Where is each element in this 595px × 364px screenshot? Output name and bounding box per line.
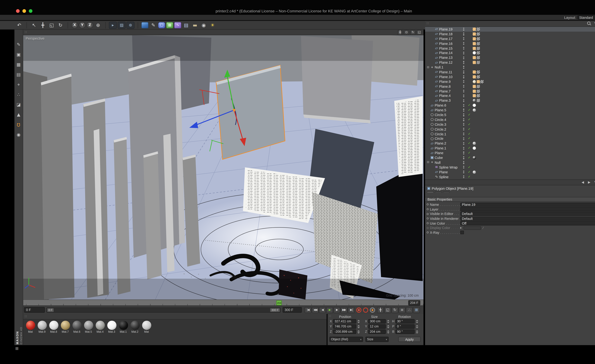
material-swatch[interactable]: Mat.1 bbox=[118, 321, 129, 333]
texture-tag[interactable] bbox=[476, 56, 480, 59]
texture-tag[interactable] bbox=[476, 75, 480, 79]
timeline-ruler[interactable]: 204 204 F bbox=[23, 300, 424, 306]
material-tag[interactable] bbox=[473, 99, 476, 102]
object-name[interactable]: Circle.5 bbox=[435, 113, 446, 117]
visibility-toggles[interactable] bbox=[463, 156, 464, 159]
material-tag[interactable] bbox=[473, 156, 476, 159]
record-scale-toggle[interactable]: ◱ bbox=[384, 307, 391, 313]
array-generator-button[interactable]: ▦ bbox=[166, 22, 173, 28]
object-name[interactable]: Plane.11 bbox=[439, 70, 452, 74]
render-view-button[interactable]: ▸ bbox=[109, 21, 117, 29]
object-row[interactable]: ≋ Spline Wrap ✓ bbox=[425, 165, 595, 170]
visibility-toggles[interactable] bbox=[463, 42, 464, 45]
record-parameter-toggle[interactable]: ≡ bbox=[399, 307, 405, 313]
object-row[interactable]: ▱ Plane.19 bbox=[425, 27, 595, 32]
object-name[interactable]: Circle.4 bbox=[435, 118, 446, 122]
object-row[interactable]: ▣ Cube ✓ bbox=[425, 155, 595, 160]
animation-dot[interactable] bbox=[427, 232, 429, 234]
range-end-field[interactable]: 300 F bbox=[283, 307, 302, 313]
size-z-stepper[interactable] bbox=[387, 329, 390, 334]
object-row[interactable]: ▱ Plane.12 bbox=[425, 60, 595, 65]
visibility-toggles[interactable] bbox=[463, 171, 464, 174]
visibility-toggles[interactable] bbox=[463, 90, 464, 93]
texture-tag[interactable] bbox=[476, 32, 480, 36]
object-name[interactable]: Spline Wrap bbox=[439, 165, 458, 169]
add-cube-button[interactable] bbox=[141, 22, 149, 28]
texture-tag[interactable] bbox=[476, 90, 480, 93]
object-row[interactable]: ○ Circle.3 ✓ bbox=[425, 122, 595, 127]
object-name[interactable]: Circle bbox=[435, 137, 443, 141]
material-swatch[interactable]: Mat.5 bbox=[83, 321, 94, 333]
visibility-toggles[interactable] bbox=[463, 123, 464, 126]
animation-dot[interactable] bbox=[427, 204, 429, 206]
object-name[interactable]: Plane.8 bbox=[439, 84, 451, 88]
object-name[interactable]: Circle.2 bbox=[435, 127, 446, 131]
range-slider[interactable]: 0 F 300 F bbox=[46, 307, 281, 313]
object-row[interactable]: ▱ Plane.1 ✓ bbox=[425, 146, 595, 150]
enabled-check-icon[interactable]: ✓ bbox=[468, 132, 471, 136]
viewport-canvas[interactable] bbox=[23, 35, 424, 300]
texture-tag[interactable] bbox=[476, 51, 480, 55]
object-row[interactable]: ▱ Plane.15 bbox=[425, 46, 595, 50]
object-name[interactable]: Plane.16 bbox=[439, 41, 453, 45]
toggle-views-button[interactable]: ◱ bbox=[417, 30, 422, 35]
size-x-stepper[interactable] bbox=[387, 319, 390, 323]
object-row[interactable]: ▱ Plane.8 bbox=[425, 84, 595, 89]
material-swatch[interactable]: Mat.8 bbox=[48, 321, 59, 333]
rotation-p-stepper[interactable] bbox=[415, 324, 418, 329]
texture-tag[interactable] bbox=[473, 37, 476, 40]
visibility-toggles[interactable] bbox=[463, 147, 464, 150]
position-x-field[interactable]: 327.411 cm bbox=[333, 319, 356, 323]
animation-dot[interactable] bbox=[427, 218, 429, 220]
object-row[interactable]: ▱ Plane.3 bbox=[425, 98, 595, 103]
texture-tag[interactable] bbox=[476, 71, 480, 74]
material-tag[interactable] bbox=[473, 80, 476, 83]
object-row[interactable]: ▱ Plane.10 bbox=[425, 74, 595, 79]
timeline-playhead[interactable]: 204 bbox=[276, 300, 282, 306]
object-name[interactable]: Plane.3 bbox=[439, 99, 451, 103]
attribute-tab[interactable] bbox=[435, 191, 442, 193]
texture-tag[interactable] bbox=[476, 80, 480, 83]
make-editable-button[interactable]: ✎ bbox=[15, 41, 23, 48]
coord-mode-dropdown[interactable]: Object (Rel)▾ bbox=[329, 337, 363, 342]
polygons-mode-button[interactable]: ▲ bbox=[15, 111, 23, 118]
material-swatch[interactable]: Mat bbox=[141, 321, 152, 333]
object-name[interactable]: Plane bbox=[439, 170, 448, 174]
x-ray-checkbox[interactable] bbox=[460, 231, 464, 234]
position-y-stepper[interactable] bbox=[357, 324, 360, 329]
om-search-icon-button[interactable] bbox=[587, 21, 592, 26]
texture-tag[interactable] bbox=[476, 47, 480, 50]
object-row[interactable]: ○ Circle.4 ✓ bbox=[425, 117, 595, 122]
visibility-toggles[interactable] bbox=[463, 128, 464, 131]
object-name[interactable]: Plane.18 bbox=[439, 32, 453, 36]
object-name[interactable]: Plane bbox=[435, 151, 443, 155]
enabled-check-icon[interactable]: ✓ bbox=[468, 118, 471, 121]
object-name[interactable]: Plane.7 bbox=[439, 89, 451, 93]
material-tag[interactable] bbox=[473, 51, 476, 55]
enabled-check-icon[interactable]: ✓ bbox=[468, 166, 471, 169]
visibility-toggles[interactable] bbox=[463, 94, 464, 97]
visibility-toggles[interactable] bbox=[463, 37, 464, 40]
record-position-toggle[interactable]: ╋ bbox=[377, 307, 384, 313]
object-name[interactable]: Plane.6 bbox=[435, 103, 446, 107]
object-name[interactable]: Cube bbox=[435, 156, 443, 160]
workplane-lock-button[interactable]: ◉ bbox=[15, 131, 23, 138]
rotation-b-stepper[interactable] bbox=[415, 329, 418, 334]
undo-button[interactable]: ↶ bbox=[15, 21, 23, 29]
position-z-field[interactable]: -200.899 cm bbox=[333, 329, 356, 334]
texture-tag[interactable] bbox=[476, 61, 480, 64]
material-swatch[interactable]: Mat bbox=[25, 321, 36, 333]
panel-grip-icon[interactable]: ∷ bbox=[25, 31, 27, 34]
camera-label[interactable]: Perspective bbox=[26, 36, 44, 41]
object-name[interactable]: Plane.4 bbox=[439, 94, 451, 98]
object-name[interactable]: Plane.13 bbox=[439, 56, 453, 60]
lock-y-axis-button[interactable]: Y bbox=[79, 22, 86, 29]
object-name[interactable]: Null bbox=[435, 160, 440, 164]
object-name[interactable]: Null.1 bbox=[435, 65, 443, 69]
layout-select[interactable]: Standard▾ bbox=[578, 15, 595, 20]
object-name[interactable]: Plane.2 bbox=[435, 141, 446, 145]
enabled-check-icon[interactable]: ✓ bbox=[468, 137, 471, 140]
workplane-mode-button[interactable]: ▤ bbox=[15, 71, 23, 78]
play-button[interactable]: ▶ bbox=[326, 307, 333, 313]
object-row[interactable]: ▱ Plane.6 ✓ bbox=[425, 103, 595, 108]
